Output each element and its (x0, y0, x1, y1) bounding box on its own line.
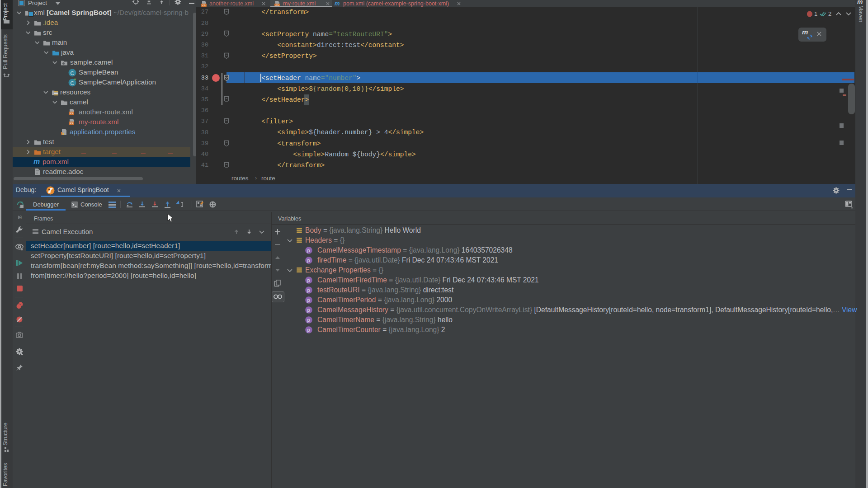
svg-text:9: 9 (19, 215, 22, 220)
